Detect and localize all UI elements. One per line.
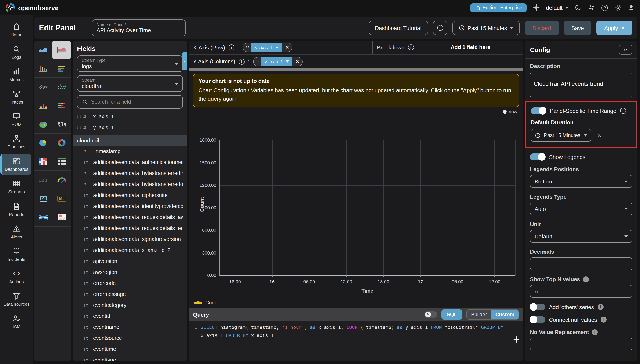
field-row[interactable]: Tt additionaleventdata_identityproviderc… [73,201,187,212]
sidebar-item-dashboards[interactable]: Dashboards [1,154,31,175]
field-row[interactable]: # additionaleventdata_bytestransferredin [73,168,187,179]
sidebar-item-home[interactable]: Home [2,20,31,40]
discard-button[interactable]: Discard [525,21,559,35]
info-button[interactable] [433,21,447,35]
edition-badge[interactable]: Edition: Enterprise [470,3,527,12]
chart-type-gauge-icon[interactable] [53,171,71,190]
info-icon[interactable] [583,276,589,282]
sidebar-item-metrics[interactable]: Metrics [2,64,31,85]
chart-type-table-icon[interactable] [53,152,71,171]
panel-name-input[interactable] [97,27,181,34]
gear-icon[interactable] [614,4,621,12]
info-icon[interactable] [598,304,604,310]
brand-logo[interactable]: openobserve [5,2,59,13]
custom-mode-button[interactable]: Custom [491,310,519,319]
sidebar-item-traces[interactable]: Traces [2,87,31,108]
info-icon[interactable] [601,317,607,322]
field-row[interactable]: Tt additionaleventdata_x_amz_id_2 [73,245,187,256]
field-search[interactable] [77,95,183,109]
field-row[interactable]: # y_axis_1 [73,122,187,133]
info-icon[interactable] [239,58,245,64]
field-search-input[interactable] [91,99,178,105]
decimals-input[interactable] [530,258,632,270]
chart-type-markdown-icon[interactable] [53,190,71,208]
x-axis-field-chip[interactable]: x_axis_1 [243,43,293,52]
chart-type-geomap-icon[interactable] [34,115,53,134]
field-row[interactable]: Tt eventtype [73,355,187,362]
org-selector[interactable]: default [546,4,568,11]
field-row[interactable]: Tt additionaleventdata_ciphersuite [73,190,187,201]
sidebar-item-reports[interactable]: Reports [2,199,31,220]
field-row[interactable]: Tt eventname [73,322,187,333]
dark-mode-moon-icon[interactable] [574,4,582,12]
sidebar-item-logs[interactable]: Logs [2,42,31,62]
legends-positions-select[interactable]: Bottom [530,175,632,188]
panel-time-range-toggle[interactable] [531,108,546,114]
field-row[interactable]: # _timestamp [73,146,187,157]
no-value-replacement-input[interactable] [530,338,632,350]
sidebar-item-iam[interactable]: IAM [2,311,31,332]
chart-type-heatmap-icon[interactable] [34,152,53,171]
chart-type-line-icon[interactable] [34,78,53,96]
resize-splitter[interactable] [189,68,523,70]
sidebar-item-data-sources[interactable]: Data sources [2,289,31,310]
y-axis-field-chip[interactable]: y_axis_1 [253,57,303,66]
info-icon[interactable] [592,329,598,335]
collapse-config-button[interactable] [619,45,632,54]
breakdown-drop-zone[interactable]: Add 1 field here [422,44,519,50]
panel-name-field[interactable]: Name of Panel* [92,20,186,36]
chart-type-custom-chart-icon[interactable] [53,208,71,226]
apply-button[interactable]: Apply [597,21,632,35]
time-range-selector[interactable]: Past 15 Minutes [452,21,520,35]
field-row[interactable]: Tt additionaleventdata_authenticationmet… [73,157,187,168]
info-icon[interactable] [620,108,626,114]
help-icon[interactable] [601,4,608,11]
field-row[interactable]: # x_axis_1 [73,111,187,122]
ai-sparkle-icon[interactable] [513,335,520,344]
dashboard-tutorial-button[interactable]: Dashboard Tutorial [368,21,428,35]
chart-type-pie-icon[interactable] [34,134,53,152]
field-row[interactable]: Tt additionaleventdata_requestdetails_aw… [73,212,187,223]
chart-type-h-stacked-icon[interactable] [53,59,71,78]
top-n-input[interactable] [530,285,632,298]
remove-field-icon[interactable] [282,43,292,52]
info-icon[interactable] [408,44,414,50]
field-row[interactable]: Tt errorcode [73,278,187,289]
legend-marker-icon[interactable] [194,302,202,304]
chart-type-bar-icon[interactable] [34,59,53,78]
stream-select[interactable]: Stream cloudtrail [77,75,183,92]
field-row[interactable]: Tt eventtime [73,344,187,355]
builder-mode-button[interactable]: Builder [467,310,491,319]
chart-type-metric-text-icon[interactable] [34,171,53,190]
field-row[interactable]: Tt awsregion [73,267,187,278]
stream-type-select[interactable]: Stream Type logs [77,56,183,72]
slack-icon[interactable] [588,4,595,12]
legend-label[interactable]: Count [205,300,219,306]
description-textarea[interactable]: CloudTrail API events trend [530,73,632,97]
sql-mode-button[interactable]: SQL [442,310,462,320]
field-row[interactable]: Tt eventid [73,311,187,322]
query-editor[interactable]: 1 SELECT histogram(_timestamp, '1 hour')… [189,321,523,362]
user-avatar-icon[interactable] [627,4,635,12]
unit-select[interactable]: Default [530,230,632,243]
field-row[interactable]: # additionaleventdata_bytestransferredou… [73,179,187,190]
default-duration-select[interactable]: Past 15 Minutes [531,129,591,142]
sidebar-item-rum[interactable]: RUM [2,109,31,130]
sidebar-item-pipelines[interactable]: Pipelines [2,132,31,152]
function-toggle[interactable] [425,311,438,318]
sidebar-item-alerts[interactable]: Alerts [2,221,31,242]
chart-type-scatter-icon[interactable] [53,78,71,96]
sidebar-item-incidents[interactable]: Incidents [2,244,31,264]
chart-type-html-icon[interactable]: </> [34,190,53,208]
add-others-series-toggle[interactable] [530,304,545,310]
field-row[interactable]: Tt eventsource [73,333,187,344]
connect-null-values-toggle[interactable] [530,316,545,323]
field-row[interactable]: Tt additionaleventdata_signatureversion [73,234,187,245]
sidebar-item-streams[interactable]: Streams [2,176,31,197]
sidebar-item-actions[interactable]: Actions [2,266,31,287]
clear-duration-icon[interactable] [597,132,601,138]
chart-type-h-bar-icon[interactable] [53,96,71,115]
sparkle-ai-icon[interactable] [532,4,540,12]
sql-query-text[interactable]: SELECT histogram(_timestamp, '1 hour') a… [201,324,512,362]
info-icon[interactable] [229,44,235,50]
